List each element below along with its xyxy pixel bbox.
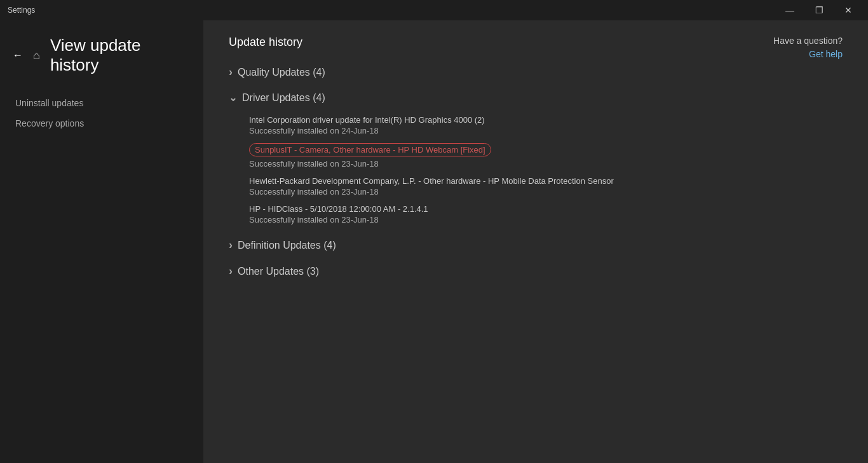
update-status: Successfully installed on 23-Jun-18 xyxy=(249,159,843,169)
back-icon: ← xyxy=(13,50,23,61)
definition-updates-label: Definition Updates (4) xyxy=(238,240,336,251)
title-bar: Settings — ❐ ✕ xyxy=(0,0,868,20)
recovery-options-link[interactable]: Recovery options xyxy=(0,113,203,134)
nav-links: Uninstall updates Recovery options xyxy=(0,88,203,139)
help-section: Have a question? Get help xyxy=(773,36,843,60)
main-layout: ← ⌂ View update history Uninstall update… xyxy=(0,20,868,463)
app-title: Settings xyxy=(8,6,35,15)
uninstall-updates-link[interactable]: Uninstall updates xyxy=(0,93,203,113)
get-help-link[interactable]: Get help xyxy=(809,49,843,59)
update-status: Successfully installed on 24-Jun-18 xyxy=(249,126,843,135)
update-title: Intel Corporation driver update for Inte… xyxy=(249,115,843,125)
table-row: Intel Corporation driver update for Inte… xyxy=(249,110,843,138)
back-button[interactable]: ← xyxy=(10,47,25,64)
update-title: HP - HIDClass - 5/10/2018 12:00:00 AM - … xyxy=(249,204,843,214)
other-updates-header[interactable]: Other Updates (3) xyxy=(229,258,843,284)
driver-updates-items: Intel Corporation driver update for Inte… xyxy=(229,110,843,232)
update-status: Successfully installed on 23-Jun-18 xyxy=(249,215,843,225)
quality-updates-arrow xyxy=(229,66,233,79)
update-status: Successfully installed on 23-Jun-18 xyxy=(249,187,843,197)
nav-area: ← ⌂ View update history Uninstall update… xyxy=(0,20,203,463)
driver-updates-label: Driver Updates (4) xyxy=(242,92,325,104)
close-button[interactable]: ✕ xyxy=(834,0,863,20)
update-title: Hewlett-Packard Development Company, L.P… xyxy=(249,176,843,186)
definition-updates-arrow xyxy=(229,238,233,252)
quality-updates-header[interactable]: Quality Updates (4) xyxy=(229,59,843,85)
content-area: Have a question? Get help Update history… xyxy=(203,20,868,463)
page-title: View update history xyxy=(50,36,191,75)
home-icon: ⌂ xyxy=(33,49,40,62)
window-controls: — ❐ ✕ xyxy=(775,0,863,20)
minimize-button[interactable]: — xyxy=(775,0,804,20)
help-question: Have a question? xyxy=(773,36,843,46)
driver-updates-arrow xyxy=(229,92,237,104)
other-updates-label: Other Updates (3) xyxy=(238,266,319,277)
driver-updates-header[interactable]: Driver Updates (4) xyxy=(229,85,843,110)
title-bar-left: Settings xyxy=(8,6,35,15)
update-title-highlighted: SunplusIT - Camera, Other hardware - HP … xyxy=(249,143,491,156)
quality-updates-label: Quality Updates (4) xyxy=(238,67,325,78)
restore-button[interactable]: ❐ xyxy=(804,0,834,20)
table-row: Hewlett-Packard Development Company, L.P… xyxy=(249,171,843,199)
section-title: Update history xyxy=(229,36,843,49)
definition-updates-header[interactable]: Definition Updates (4) xyxy=(229,232,843,258)
table-row: HP - HIDClass - 5/10/2018 12:00:00 AM - … xyxy=(249,199,843,227)
table-row: SunplusIT - Camera, Other hardware - HP … xyxy=(249,138,843,171)
other-updates-arrow xyxy=(229,265,233,278)
nav-header: ← ⌂ View update history xyxy=(0,31,203,88)
